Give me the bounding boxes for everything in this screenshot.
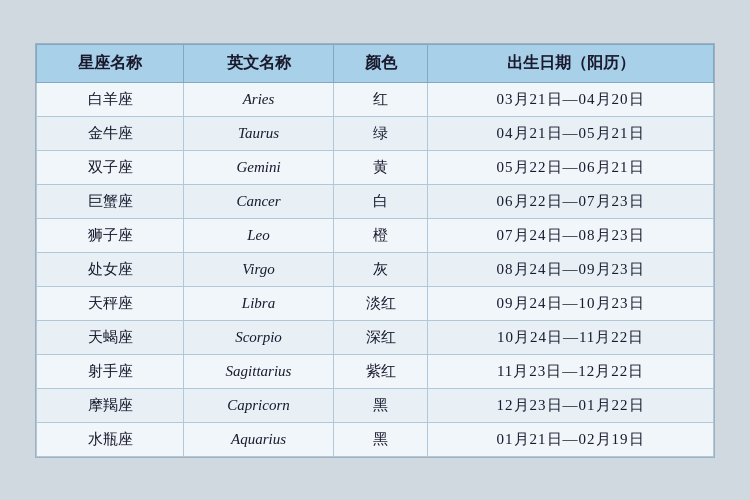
cell-english-name: Scorpio (184, 320, 334, 354)
cell-dates: 03月21日—04月20日 (428, 82, 714, 116)
table-row: 水瓶座Aquarius黑01月21日—02月19日 (37, 422, 714, 456)
table-body: 白羊座Aries红03月21日—04月20日金牛座Taurus绿04月21日—0… (37, 82, 714, 456)
table-row: 天秤座Libra淡红09月24日—10月23日 (37, 286, 714, 320)
cell-dates: 11月23日—12月22日 (428, 354, 714, 388)
zodiac-table: 星座名称 英文名称 颜色 出生日期（阳历） 白羊座Aries红03月21日—04… (36, 44, 714, 457)
cell-dates: 04月21日—05月21日 (428, 116, 714, 150)
cell-english-name: Taurus (184, 116, 334, 150)
cell-dates: 07月24日—08月23日 (428, 218, 714, 252)
table-row: 天蝎座Scorpio深红10月24日—11月22日 (37, 320, 714, 354)
cell-chinese-name: 巨蟹座 (37, 184, 184, 218)
cell-chinese-name: 水瓶座 (37, 422, 184, 456)
table-row: 巨蟹座Cancer白06月22日—07月23日 (37, 184, 714, 218)
cell-chinese-name: 狮子座 (37, 218, 184, 252)
cell-color: 深红 (334, 320, 428, 354)
header-chinese-name: 星座名称 (37, 44, 184, 82)
cell-dates: 09月24日—10月23日 (428, 286, 714, 320)
cell-english-name: Sagittarius (184, 354, 334, 388)
cell-color: 白 (334, 184, 428, 218)
table-row: 白羊座Aries红03月21日—04月20日 (37, 82, 714, 116)
cell-chinese-name: 双子座 (37, 150, 184, 184)
cell-color: 灰 (334, 252, 428, 286)
cell-dates: 12月23日—01月22日 (428, 388, 714, 422)
cell-color: 绿 (334, 116, 428, 150)
cell-color: 紫红 (334, 354, 428, 388)
table-row: 双子座Gemini黄05月22日—06月21日 (37, 150, 714, 184)
cell-dates: 10月24日—11月22日 (428, 320, 714, 354)
header-dates: 出生日期（阳历） (428, 44, 714, 82)
cell-chinese-name: 金牛座 (37, 116, 184, 150)
cell-dates: 05月22日—06月21日 (428, 150, 714, 184)
cell-chinese-name: 处女座 (37, 252, 184, 286)
table-row: 金牛座Taurus绿04月21日—05月21日 (37, 116, 714, 150)
zodiac-table-container: 星座名称 英文名称 颜色 出生日期（阳历） 白羊座Aries红03月21日—04… (35, 43, 715, 458)
cell-chinese-name: 射手座 (37, 354, 184, 388)
cell-color: 红 (334, 82, 428, 116)
cell-english-name: Libra (184, 286, 334, 320)
cell-english-name: Aquarius (184, 422, 334, 456)
cell-color: 黑 (334, 422, 428, 456)
header-color: 颜色 (334, 44, 428, 82)
cell-dates: 01月21日—02月19日 (428, 422, 714, 456)
cell-english-name: Cancer (184, 184, 334, 218)
cell-english-name: Virgo (184, 252, 334, 286)
cell-chinese-name: 天秤座 (37, 286, 184, 320)
cell-dates: 08月24日—09月23日 (428, 252, 714, 286)
cell-chinese-name: 白羊座 (37, 82, 184, 116)
table-row: 射手座Sagittarius紫红11月23日—12月22日 (37, 354, 714, 388)
cell-english-name: Capricorn (184, 388, 334, 422)
table-row: 狮子座Leo橙07月24日—08月23日 (37, 218, 714, 252)
cell-english-name: Gemini (184, 150, 334, 184)
table-row: 摩羯座Capricorn黑12月23日—01月22日 (37, 388, 714, 422)
header-english-name: 英文名称 (184, 44, 334, 82)
cell-chinese-name: 摩羯座 (37, 388, 184, 422)
cell-english-name: Leo (184, 218, 334, 252)
table-row: 处女座Virgo灰08月24日—09月23日 (37, 252, 714, 286)
cell-color: 淡红 (334, 286, 428, 320)
cell-dates: 06月22日—07月23日 (428, 184, 714, 218)
cell-english-name: Aries (184, 82, 334, 116)
table-header-row: 星座名称 英文名称 颜色 出生日期（阳历） (37, 44, 714, 82)
cell-chinese-name: 天蝎座 (37, 320, 184, 354)
cell-color: 黑 (334, 388, 428, 422)
cell-color: 黄 (334, 150, 428, 184)
cell-color: 橙 (334, 218, 428, 252)
